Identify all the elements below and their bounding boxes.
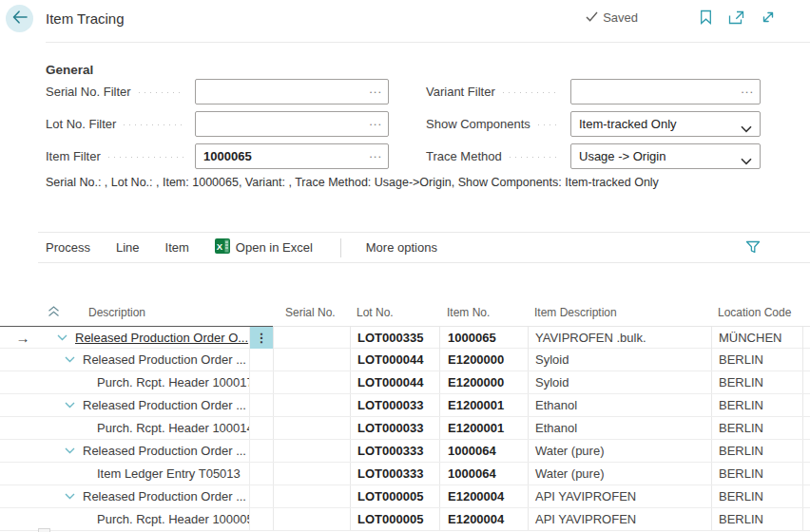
cell-item-description[interactable]: Ethanol (528, 417, 711, 439)
cell-item-description[interactable]: Syloid (528, 349, 711, 370)
table-row[interactable]: Purch. Rcpt. Header 100014 LOT000033 E12… (0, 417, 810, 440)
cell-item-description[interactable]: YAVIPROFEN .bulk. (528, 327, 711, 349)
row-menu-button[interactable]: ⋮ (250, 327, 273, 349)
cell-location-code[interactable]: BERLIN (711, 417, 803, 439)
back-button[interactable] (6, 5, 33, 32)
cell-lot-no[interactable]: LOT000005 (350, 508, 439, 530)
table-row[interactable]: Released Production Order ... LOT000333 … (0, 440, 810, 463)
table-row[interactable]: Released Production Order ... LOT000033 … (0, 394, 810, 417)
cell-location-code[interactable]: BERLIN (711, 371, 803, 393)
chevron-down-icon[interactable] (65, 447, 75, 454)
cell-serial-no[interactable] (273, 394, 350, 416)
menu-line[interactable]: Line (116, 240, 140, 255)
open-in-excel-button[interactable]: X Open in Excel (215, 238, 313, 256)
cell-serial-no[interactable] (273, 417, 350, 439)
cell-item-description[interactable]: Water (pure) (528, 463, 711, 484)
lookup-button[interactable]: ... (741, 82, 754, 96)
col-header-lot-no[interactable]: Lot No. (357, 306, 394, 319)
cell-serial-no[interactable] (273, 508, 350, 530)
cell-location-code[interactable]: BERLIN (711, 394, 803, 416)
table-row[interactable]: Item Ledger Entry T05013 LOT000333 10000… (0, 463, 810, 485)
cell-location-code[interactable]: BERLIN (711, 463, 803, 484)
table-row[interactable]: Purch. Rcpt. Header 100017 LOT000044 E12… (0, 371, 810, 394)
col-header-item-description[interactable]: Item Description (534, 306, 617, 319)
cell-lot-no[interactable]: LOT000333 (350, 440, 439, 462)
col-header-serial-no[interactable]: Serial No. (285, 306, 336, 319)
cell-serial-no[interactable] (273, 485, 350, 507)
cell-lot-no[interactable]: LOT000044 (350, 371, 439, 393)
cell-lot-no[interactable]: LOT000033 (350, 417, 439, 439)
cell-item-no[interactable]: 1000065 (439, 327, 528, 349)
filter-icon[interactable] (745, 240, 761, 258)
cell-location-code[interactable]: BERLIN (711, 508, 803, 530)
chevron-down-icon[interactable] (57, 334, 68, 341)
cell-item-no[interactable]: 1000064 (439, 440, 528, 462)
cell-item-description[interactable]: Ethanol (528, 394, 711, 416)
table-row[interactable]: Purch. Rcpt. Header 100005 LOT000005 E12… (0, 508, 810, 531)
col-header-description[interactable]: Description (88, 306, 145, 319)
table-row[interactable]: → Released Production Order O... ⋮ LOT00… (0, 326, 810, 349)
cell-item-no[interactable]: E1200000 (439, 349, 528, 370)
cell-item-no[interactable]: E1200001 (439, 394, 528, 416)
row-description[interactable]: Released Production Order ... (83, 352, 246, 367)
menu-item[interactable]: Item (165, 240, 189, 255)
cell-serial-no[interactable] (273, 327, 350, 349)
cell-location-code[interactable]: BERLIN (711, 349, 803, 370)
row-description[interactable]: Purch. Rcpt. Header 100005 (97, 512, 249, 526)
dotted-leader (510, 157, 560, 158)
save-status: Saved (586, 10, 638, 25)
lookup-button[interactable]: ... (369, 146, 382, 161)
cell-item-no[interactable]: E1200004 (439, 508, 528, 530)
page-title: Item Tracing (46, 10, 125, 27)
menu-process[interactable]: Process (46, 240, 90, 255)
cell-location-code[interactable]: BERLIN (711, 440, 803, 462)
dotted-leader (139, 92, 184, 93)
lookup-button[interactable]: ... (369, 82, 382, 96)
chevron-down-icon[interactable] (65, 493, 75, 500)
cell-lot-no[interactable]: LOT000044 (350, 349, 439, 370)
variant-filter-input[interactable]: ... (570, 79, 761, 104)
cell-item-description[interactable]: Syloid (528, 371, 711, 393)
trace-method-select[interactable]: Usage -> Origin (570, 143, 761, 169)
cell-lot-no[interactable]: LOT000033 (350, 394, 439, 416)
cell-lot-no[interactable]: LOT000333 (350, 463, 439, 484)
open-in-new-window-icon[interactable] (728, 10, 744, 25)
cell-item-description[interactable]: Water (pure) (528, 440, 711, 462)
lot-no-filter-input[interactable]: ... (195, 111, 389, 137)
row-description[interactable]: Released Production Order ... (83, 489, 246, 504)
cell-serial-no[interactable] (273, 349, 350, 370)
bookmark-icon[interactable] (700, 10, 712, 25)
chevron-down-icon[interactable] (65, 356, 75, 363)
col-header-item-no[interactable]: Item No. (447, 306, 490, 319)
row-description[interactable]: Released Production Order ... (83, 398, 246, 412)
cell-serial-no[interactable] (273, 463, 350, 484)
row-description[interactable]: Released Production Order ... (83, 444, 246, 458)
row-description[interactable]: Purch. Rcpt. Header 100017 (97, 375, 249, 390)
item-filter-input[interactable]: 1000065 ... (195, 143, 389, 169)
cell-lot-no[interactable]: LOT000005 (350, 485, 439, 507)
chevron-down-icon[interactable] (65, 402, 75, 408)
serial-no-filter-input[interactable]: ... (195, 79, 389, 104)
more-options-button[interactable]: More options (366, 240, 437, 255)
cell-item-no[interactable]: E1200000 (439, 371, 528, 393)
row-description-link[interactable]: Released Production Order O... (75, 331, 248, 345)
lookup-button[interactable]: ... (369, 114, 382, 128)
cell-location-code[interactable]: BERLIN (711, 485, 803, 507)
show-components-select[interactable]: Item-tracked Only (570, 111, 761, 137)
cell-item-no[interactable]: E1200001 (439, 417, 528, 439)
cell-location-code[interactable]: MÜNCHEN (711, 327, 803, 349)
row-description[interactable]: Purch. Rcpt. Header 100014 (97, 421, 249, 435)
cell-item-no[interactable]: 1000064 (439, 463, 528, 484)
cell-serial-no[interactable] (273, 440, 350, 462)
cell-item-description[interactable]: API YAVIPROFEN (528, 508, 711, 530)
row-description[interactable]: Item Ledger Entry T05013 (97, 466, 241, 481)
cell-item-no[interactable]: E1200004 (439, 485, 528, 507)
expand-icon[interactable] (761, 10, 776, 25)
cell-serial-no[interactable] (273, 371, 350, 393)
cell-item-description[interactable]: API YAVIPROFEN (528, 485, 711, 507)
cell-lot-no[interactable]: LOT000335 (350, 327, 439, 349)
collapse-all-icon[interactable] (48, 306, 60, 320)
col-header-location-code[interactable]: Location Code (718, 306, 791, 319)
table-row[interactable]: Released Production Order ... LOT000005 … (0, 485, 810, 508)
table-row[interactable]: Released Production Order ... LOT000044 … (0, 349, 810, 371)
